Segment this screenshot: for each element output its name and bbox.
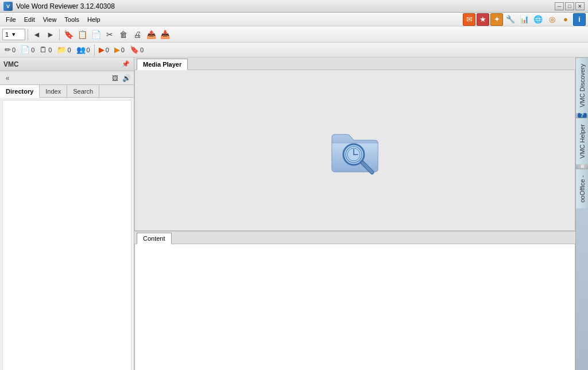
icon-btn-3[interactable]: 📁0 <box>55 44 73 55</box>
app-icon: V <box>3 2 13 11</box>
nav-back-btn[interactable]: ◄ <box>30 28 43 41</box>
title-bar-left: V Vole Word Reviewer 3.12.40308 <box>3 2 115 11</box>
import-btn[interactable]: 📥 <box>158 28 171 41</box>
tab-directory[interactable]: Directory <box>0 85 40 98</box>
vmc-discovery-tab[interactable]: VMC Discovery <box>576 57 588 113</box>
vmc-side-panel: VMC Discovery ? VMC Helper 🖥 ooOffice - <box>575 57 588 370</box>
separator-1 <box>28 29 28 40</box>
speaker-btn[interactable]: 🔊 <box>121 73 131 83</box>
wand-icon-btn[interactable]: ✦ <box>490 13 503 26</box>
content-area: Content <box>134 231 575 370</box>
vmc-helper-tab[interactable]: VMC Helper <box>576 118 588 164</box>
globe-icon-btn[interactable]: 🌐 <box>532 13 544 26</box>
rss-icon-btn[interactable]: ◎ <box>546 13 558 26</box>
menu-edit[interactable]: Edit <box>21 15 38 24</box>
media-player-content <box>134 70 575 231</box>
media-player-tab-bar: Media Player <box>134 57 575 70</box>
media-player-icon <box>326 123 384 178</box>
media-player-area: Media Player <box>134 57 575 231</box>
bookmark-btn[interactable]: 🔖 <box>62 28 75 41</box>
icon-btn-5[interactable]: ▶0 <box>96 44 111 55</box>
panel-title: VMC <box>3 60 19 68</box>
tools-icon-btn[interactable]: 🔧 <box>504 13 517 26</box>
delete-btn[interactable]: 🗑 <box>117 28 130 41</box>
icon-btn-4[interactable]: 👥0 <box>74 44 92 55</box>
restore-button[interactable]: □ <box>565 2 574 10</box>
panel-tools: « 🖼 🔊 <box>0 71 134 85</box>
export-btn[interactable]: 📤 <box>145 28 157 41</box>
separator-icons <box>94 44 95 56</box>
nav-forward-btn[interactable]: ► <box>44 28 57 41</box>
title-bar: V Vole Word Reviewer 3.12.40308 ─ □ ✕ <box>0 0 588 13</box>
close-button[interactable]: ✕ <box>575 2 585 10</box>
tab-search[interactable]: Search <box>67 85 99 97</box>
cut-btn[interactable]: ✂ <box>103 28 116 41</box>
print-btn[interactable]: 🖨 <box>131 28 144 41</box>
panel-header-icons: 📌 <box>121 60 130 69</box>
chart-icon-btn[interactable]: 📊 <box>518 13 531 26</box>
info-icon-btn[interactable]: i <box>573 13 586 26</box>
tab-index[interactable]: Index <box>40 85 67 97</box>
title-text: Vole Word Reviewer 3.12.40308 <box>16 2 115 10</box>
pin-icon[interactable]: 📌 <box>121 60 130 69</box>
toolbar-top: 1 ▼ ◄ ► 🔖 📋 📄 ✂ 🗑 🖨 📤 📥 <box>0 26 588 43</box>
nav-dropdown[interactable]: 1 ▼ <box>2 29 25 40</box>
menu-bar: File Edit View Tools Help ✉ ★ ✦ 🔧 📊 🌐 ◎ … <box>0 13 588 26</box>
content-tab[interactable]: Content <box>137 233 172 244</box>
menu-file[interactable]: File <box>2 15 20 24</box>
paste-btn[interactable]: 📄 <box>90 28 102 41</box>
toolbar-icons: ✏0 📄0 🗒0 📁0 👥0 ▶0 ▶0 🔖0 <box>0 43 588 57</box>
left-panel: VMC 📌 « 🖼 🔊 Directory Index Search <box>0 57 134 370</box>
tab-bar: Directory Index Search <box>0 85 134 98</box>
minimize-button[interactable]: ─ <box>555 2 564 10</box>
icon-btn-1[interactable]: 📄0 <box>18 44 37 55</box>
panel-content <box>2 100 131 370</box>
oooffice-tab[interactable]: ooOffice - <box>576 169 588 209</box>
icon-btn-6[interactable]: ▶0 <box>112 44 127 55</box>
double-arrow-btn[interactable]: « <box>2 73 13 83</box>
menu-tools[interactable]: Tools <box>61 15 83 24</box>
icon-btn-0[interactable]: ✏0 <box>2 44 18 55</box>
copy-btn[interactable]: 📋 <box>76 28 88 41</box>
icon-btn-7[interactable]: 🔖0 <box>127 44 146 55</box>
menu-view[interactable]: View <box>40 15 60 24</box>
main-layout: VMC 📌 « 🖼 🔊 Directory Index Search <box>0 57 588 370</box>
panel-header: VMC 📌 <box>0 57 134 71</box>
menu-help[interactable]: Help <box>84 15 104 24</box>
image-btn[interactable]: 🖼 <box>110 73 120 83</box>
coin-icon-btn[interactable]: ● <box>559 13 572 26</box>
star-icon-btn[interactable]: ★ <box>477 13 489 26</box>
separator-2 <box>59 29 60 40</box>
content-content <box>134 244 575 370</box>
icon-btn-2[interactable]: 🗒0 <box>37 44 54 55</box>
title-controls: ─ □ ✕ <box>555 2 585 10</box>
right-panel: Media Player <box>134 57 575 370</box>
content-tab-bar: Content <box>134 232 575 244</box>
email-icon-btn[interactable]: ✉ <box>463 13 475 26</box>
media-player-tab[interactable]: Media Player <box>137 59 188 70</box>
